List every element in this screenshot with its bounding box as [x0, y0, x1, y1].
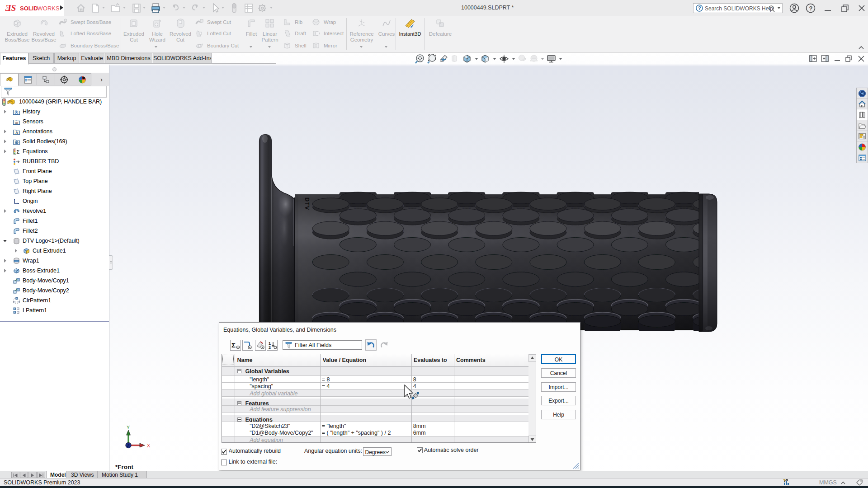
svg-text:A: A	[15, 131, 18, 135]
svg-text:Z: Z	[127, 443, 130, 448]
svg-text:?: ?	[809, 5, 813, 12]
svg-text:DTV: DTV	[304, 197, 310, 211]
svg-text:Y: Y	[127, 425, 130, 430]
svg-text:WORKS: WORKS	[38, 5, 60, 12]
svg-text:Σ: Σ	[231, 341, 236, 349]
svg-text:2: 2	[269, 345, 271, 350]
svg-text:SOLID: SOLID	[20, 5, 38, 12]
svg-text:X: X	[147, 443, 150, 448]
svg-text:?: ?	[698, 5, 701, 11]
svg-text:ƎS: ƎS	[5, 3, 16, 13]
svg-text:Σ: Σ	[17, 149, 20, 155]
